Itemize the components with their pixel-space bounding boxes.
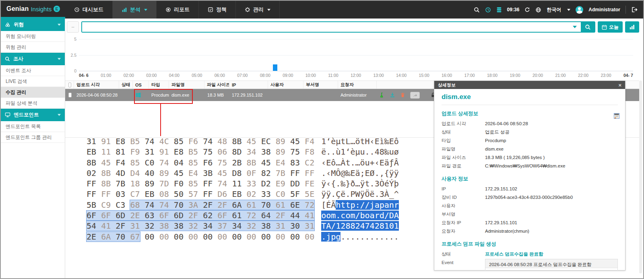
- hex-line[interactable]: 2E 6A 70 67 00 00 00 00 00 00 00 00 00 0…: [87, 231, 314, 242]
- ascii-line[interactable]: [ÉÃhttp://japanr: [321, 200, 399, 210]
- sidebar-item-endpoint-group-management[interactable]: 엔드포인트 그룹 관리: [1, 132, 65, 143]
- close-icon[interactable]: ×: [618, 83, 621, 88]
- ascii-line[interactable]: 1‘èµtL…ötH‹Eì‰Eô: [321, 136, 399, 147]
- ascii-line[interactable]: .jpg............: [321, 231, 399, 242]
- chart-bar[interactable]: [273, 64, 277, 71]
- panel-field-row: 파일 경로 C:₩Windows₩SysWOW64₩dism.exe: [442, 162, 618, 170]
- hex-viewer[interactable]: 31 91 E8 B5 74 4C 85 F6 74 48 8B 45 EC 8…: [87, 136, 399, 242]
- sidebar-item-threat-management[interactable]: 위험 관리: [1, 42, 65, 53]
- chart-x-tick-label: 16:00: [442, 73, 452, 78]
- row-cell-status: [119, 89, 133, 101]
- user-avatar[interactable]: [576, 6, 583, 14]
- panel-field-row: 파일명 dism.exe: [442, 145, 618, 153]
- sidebar-section-threat[interactable]: 위협: [1, 19, 65, 31]
- app-logo[interactable]: Genian Insights E: [1, 1, 65, 19]
- sidebar-item-endpoint-list[interactable]: 엔드포인트 목록: [1, 121, 65, 132]
- panel-field-value: Procdump: [485, 136, 506, 145]
- panel-field-label: 요청자 IP: [442, 219, 485, 227]
- nav-item-policy[interactable]: 정책: [199, 1, 236, 19]
- sidebar-item-live-search[interactable]: LIVE 검색: [1, 76, 65, 87]
- download-icon[interactable]: [390, 92, 395, 98]
- chart-x-tick-label: 17:00: [464, 73, 475, 78]
- chart-x-tick-label: 04:00: [169, 73, 180, 78]
- nav-item-report[interactable]: 리포트: [157, 1, 199, 19]
- nav-item-dashboard[interactable]: 대시보드: [65, 1, 113, 19]
- hex-line[interactable]: 5B C9 C3 68 74 74 70 3A 2F 2F 6A 61 70 6…: [87, 200, 314, 210]
- hex-line[interactable]: 31 91 E8 B5 74 4C 85 F6 74 48 8B 45 EC 8…: [87, 136, 314, 147]
- hex-bytes-column[interactable]: 31 91 E8 B5 74 4C 85 F6 74 48 8B 45 EC 8…: [87, 136, 314, 242]
- panel-field-row: 요청자 IP 172.29.151.101: [442, 219, 618, 227]
- globe-icon[interactable]: [535, 7, 541, 13]
- vertical-scrollbar[interactable]: [639, 81, 642, 273]
- hex-line[interactable]: 8B 45 F4 85 C0 74 04 85 F6 75 2B 8B 45 E…: [87, 157, 314, 168]
- sidebar-section-investigation[interactable]: 조사: [1, 53, 65, 65]
- hex-line[interactable]: EB 11 81 F9 31 91 E8 B5 75 06 8D 34 38 8…: [87, 147, 314, 157]
- hex-line[interactable]: 6F 6F 6D 2E 63 6F 6D 2F 62 6F 61 72 64 2…: [87, 210, 314, 221]
- ascii-line[interactable]: .‹MÔ@‰Eä;EØ.‚{ÿÿ: [321, 168, 399, 178]
- panel-field-value: Administrator(chmun): [485, 227, 529, 236]
- ascii-line[interactable]: oom.com/board/DA: [321, 210, 399, 221]
- collapse-search-button[interactable]: –: [67, 21, 79, 33]
- sidebar-item-threat-monitoring[interactable]: 위험 모니터링: [1, 31, 65, 42]
- annotation-red-rectangle: [134, 89, 193, 104]
- panel-field-label: 타입: [442, 136, 485, 145]
- export-grid-icon[interactable]: [614, 113, 619, 119]
- header-checkbox-cell[interactable]: [65, 81, 74, 89]
- column-header-filename: 파일명: [169, 81, 204, 89]
- row-checkbox[interactable]: [68, 93, 72, 97]
- today-button[interactable]: 오늘: [598, 21, 623, 33]
- delete-trash-icon[interactable]: [400, 92, 405, 98]
- nav-item-analysis[interactable]: 분석: [113, 1, 157, 19]
- topnav-right: 09:36 한국어 Administrator: [474, 1, 643, 19]
- ascii-line[interactable]: ë..ù1‘èµu..48‰uø: [321, 147, 399, 157]
- ascii-line[interactable]: ÿÿ.Çë.PWÿÖë.3À_^: [321, 189, 399, 199]
- sidebar-item-label: LIVE 검색: [6, 78, 27, 85]
- chart-x-tick-label: 15:00: [419, 73, 429, 78]
- language-selector[interactable]: 한국어: [547, 6, 561, 13]
- sidebar-item-collection-management[interactable]: 수집 관리: [1, 87, 65, 98]
- hex-line[interactable]: FF FF 03 C7 EB 08 50 57 FF D6 EB 02 33 C…: [87, 189, 314, 199]
- hex-line[interactable]: 54 41 2F 31 32 38 38 32 34 37 34 32 38 3…: [87, 221, 314, 231]
- hex-line[interactable]: FF 8B 7B 18 89 7D F0 85 FF 74 11 33 D2 E…: [87, 178, 314, 189]
- panel-field-value: dism.exe: [485, 145, 504, 153]
- sidebar-item-event-investigation[interactable]: 이벤트 조사: [1, 65, 65, 76]
- sidebar-section-label: 엔드포인트: [14, 112, 39, 118]
- logout-icon[interactable]: [631, 6, 638, 13]
- search-input[interactable]: [82, 22, 569, 32]
- search-button[interactable]: [581, 22, 594, 32]
- column-header-status: 상태: [119, 81, 133, 89]
- biohazard-icon: [5, 22, 10, 28]
- clock-status-icon[interactable]: [485, 7, 491, 13]
- report-icon: [165, 7, 171, 12]
- panel-field-label: 상태: [442, 250, 485, 258]
- panel-field-label: 요청자: [442, 227, 485, 236]
- analyze-flask-icon[interactable]: [379, 92, 385, 98]
- chart-x-tick-label: 03:00: [146, 73, 157, 78]
- chart-x-tick-label: 22:00: [578, 73, 588, 78]
- refresh-icon[interactable]: [524, 7, 530, 12]
- row-cell-dept: [303, 89, 338, 101]
- sidebar-item-file-analysis[interactable]: 파일 상세 분석: [1, 98, 65, 109]
- hex-line[interactable]: 02 8B 4D D4 40 89 45 E4 3B 45 D8 0F 82 7…: [87, 168, 314, 178]
- ascii-line[interactable]: ÿ‹{.‰}ð…ÿt.3ÒéÝþ: [321, 178, 399, 189]
- nav-item-admin[interactable]: 관리: [236, 1, 280, 19]
- panel-field-value: 프로세스 덤프수집을 완료함: [485, 250, 543, 258]
- row-cell-check[interactable]: [65, 89, 74, 101]
- search-dropdown-caret-icon[interactable]: [573, 26, 577, 28]
- row-cell-filesize: 18.3 MB: [204, 89, 229, 101]
- ascii-line[interactable]: TA/1288247428101: [321, 221, 399, 231]
- sidebar-section-endpoint[interactable]: 엔드포인트: [1, 109, 65, 121]
- chart-x-tick-label: 05:00: [192, 73, 202, 78]
- ascii-line[interactable]: ‹Eô…Àt.…öu+‹EäƒÂ: [321, 157, 399, 168]
- user-name[interactable]: Administrator: [588, 7, 620, 12]
- panel-field-label: Event: [442, 258, 485, 267]
- hex-ascii-column[interactable]: 1‘èµtL…ötH‹Eì‰Eôë..ù1‘èµu..48‰uø‹Eô…Àt.……: [321, 136, 399, 242]
- database-status-icon[interactable]: [496, 7, 502, 13]
- sidebar-item-label: 엔드포인트 그룹 관리: [6, 134, 52, 141]
- search-icon[interactable]: [474, 7, 480, 13]
- search-toolbar: – 오늘: [67, 21, 639, 33]
- language-caret-icon[interactable]: [567, 9, 570, 11]
- histogram-toggle-button[interactable]: [625, 21, 639, 33]
- panel-event-row: Event 2026-04-06 08:50:28 프로세스 덤프수집을 완료함…: [442, 258, 618, 271]
- select-all-checkbox[interactable]: [68, 83, 71, 87]
